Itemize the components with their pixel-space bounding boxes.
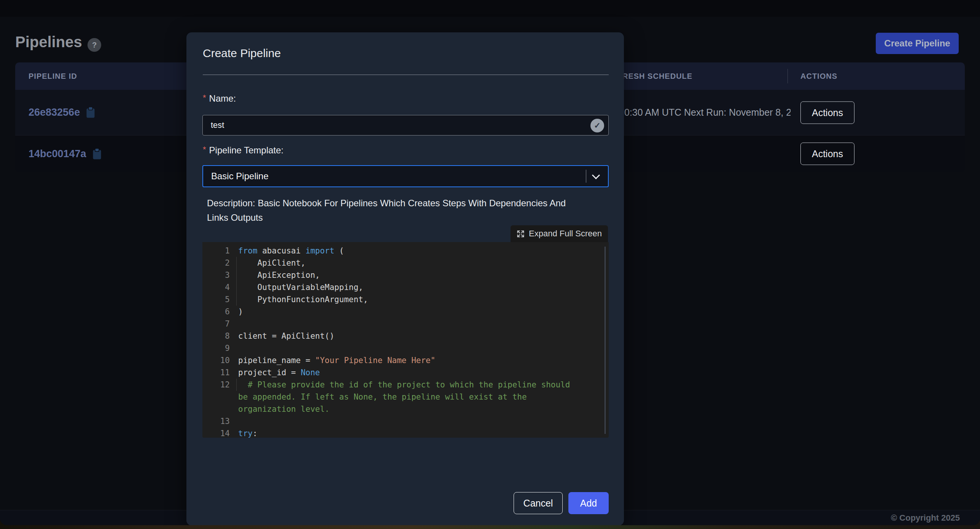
name-input[interactable]: test ✓ [202, 115, 609, 135]
column-header-actions: ACTIONS [800, 62, 837, 90]
pipeline-template-label: *Pipeline Template: [203, 145, 283, 156]
expand-icon [517, 230, 525, 238]
desktop-background: Pipelines ? Create Pipeline PIPELINE ID … [0, 0, 980, 529]
pipeline-template-select[interactable]: Basic Pipeline [202, 165, 609, 187]
selected-template-value: Basic Pipeline [211, 166, 269, 186]
required-marker: * [203, 145, 206, 154]
modal-divider [203, 75, 609, 75]
chevron-down-icon [592, 171, 600, 179]
code-editor[interactable]: 1from abacusai import (2 ApiClient,3 Api… [202, 242, 609, 438]
row-actions-button[interactable]: Actions [800, 101, 854, 124]
copy-icon[interactable] [85, 106, 96, 119]
expand-full-screen-button[interactable]: Expand Full Screen [511, 225, 608, 242]
refresh-schedule-cell: 0:30 AM UTC Next Run: November 8, 2 [624, 90, 791, 135]
create-pipeline-button[interactable]: Create Pipeline [876, 33, 959, 54]
row-actions-button[interactable]: Actions [800, 143, 854, 165]
modal-title: Create Pipeline [203, 47, 281, 60]
page-title: Pipelines [15, 33, 82, 51]
pipeline-id-link[interactable]: 26e83256e [29, 107, 80, 118]
select-separator [586, 170, 586, 183]
code-lines: 1from abacusai import (2 ApiClient,3 Api… [202, 245, 609, 438]
help-icon[interactable]: ? [88, 38, 101, 52]
required-marker: * [203, 93, 206, 102]
template-description: Description: Basic Notebook For Pipeline… [207, 196, 582, 225]
valid-check-icon: ✓ [590, 119, 604, 132]
column-separator [788, 69, 788, 83]
top-bar [0, 0, 980, 17]
pipeline-id-link[interactable]: 14bc00147a [29, 148, 86, 160]
cancel-button[interactable]: Cancel [514, 492, 563, 514]
column-header-pipeline-id: PIPELINE ID [29, 62, 77, 90]
app-window: Pipelines ? Create Pipeline PIPELINE ID … [0, 0, 980, 525]
name-input-value: test [211, 115, 224, 135]
create-pipeline-modal: Create Pipeline *Name: test ✓ *Pipeline … [186, 32, 624, 525]
code-scrollbar[interactable] [605, 247, 606, 434]
column-header-refresh-schedule: RESH SCHEDULE [622, 62, 692, 90]
add-button[interactable]: Add [568, 492, 609, 514]
copyright-text: © Copyright 2025 [891, 510, 960, 525]
name-label: *Name: [203, 93, 236, 104]
copy-icon[interactable] [92, 148, 102, 160]
